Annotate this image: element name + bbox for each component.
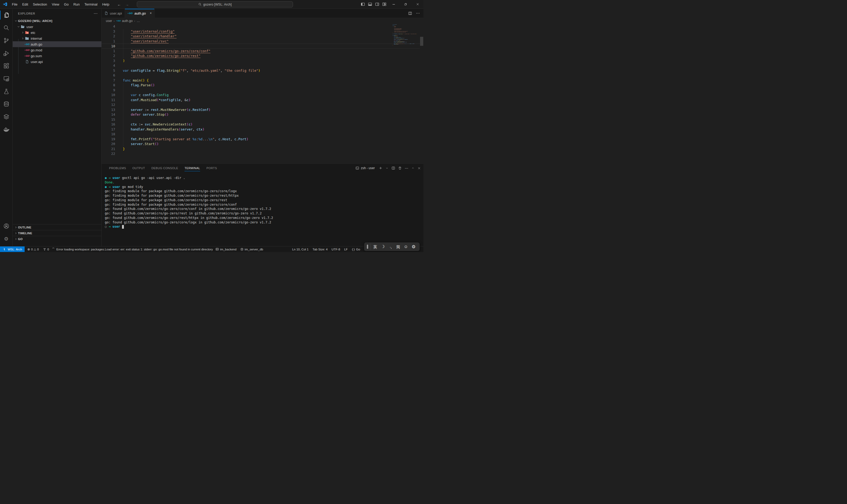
tree-item-folder-user[interactable]: user [13,24,102,30]
code-line-22: 12 [102,103,420,107]
command-center-search[interactable]: gozero [WSL: Arch] [137,1,293,7]
backend-task[interactable]: im_backend [214,248,238,251]
close-icon[interactable] [412,0,424,8]
tab-user-api[interactable]: user.api [102,9,125,18]
breadcrumb-item[interactable]: user [106,19,112,23]
status-indentation[interactable]: Tab Size: 4 [312,248,328,251]
status-language-mode[interactable]: {}Go [352,248,360,251]
minimize-icon[interactable] [388,0,400,8]
terminal-instance[interactable]: zsh - user [356,166,375,170]
terminal-dropdown-icon[interactable] [385,166,389,170]
more-actions-icon[interactable]: ⋯ [416,11,420,16]
kill-terminal-icon[interactable] [398,166,402,170]
section-timeline[interactable]: TIMELINE [13,230,102,236]
ports-indicator[interactable]: 0 [41,248,50,251]
minimap[interactable]: package main import ( "flag" "fmt" "user… [393,24,420,46]
line-number: 15 [102,117,119,122]
remote-indicator[interactable]: WSL: Arch [0,247,24,252]
activity-layers[interactable] [0,110,13,123]
menu-view[interactable]: View [50,1,62,7]
panel-tab-output[interactable]: OUTPUT [132,164,145,173]
activity-docker[interactable] [0,123,13,136]
workspace-error-message[interactable]: Error loading workspace: packages.Load e… [52,248,213,251]
forward-icon[interactable]: → [125,2,129,6]
activity-testing[interactable] [0,85,13,98]
line-number: 22 [102,151,119,157]
problems-indicator[interactable]: ⊗ 0 △ 0 [26,248,40,251]
ports-count: 0 [48,248,49,251]
vscode-window: FileEditSelectionViewGoRunTerminalHelp ←… [0,0,424,252]
line-number: 14 [102,112,119,117]
editor-scrollbar[interactable] [420,24,424,163]
panel-tab-ports[interactable]: PORTS [206,164,217,173]
remote-icon [3,248,6,251]
maximize-panel-icon[interactable] [411,166,415,170]
tree-item-folder-internal[interactable]: internal [13,35,102,41]
tree-item-file-go-sum[interactable]: ≡GOgo.sum [13,53,102,59]
activity-explorer[interactable] [0,9,13,21]
close-panel-icon[interactable] [417,166,421,170]
activity-remote-explorer[interactable] [0,72,13,85]
tree-item-root-gozero[interactable]: GOZERO [WSL: ARCH] [13,18,102,24]
braces-icon: {} [352,248,355,251]
split-terminal-icon[interactable] [392,166,395,170]
activity-account[interactable] [0,220,13,232]
tree-item-file-go-mod[interactable]: ≡GOgo.mod [13,47,102,53]
activity-settings[interactable]: ⚙ [0,232,13,245]
activity-extensions[interactable] [0,59,13,72]
status-eol[interactable]: LF [344,248,347,251]
explorer-actions-icon[interactable]: ⋯ [93,11,98,16]
toggle-panel-icon[interactable] [366,0,374,8]
line-number: 2 [102,53,119,58]
menu-edit[interactable]: Edit [20,1,31,7]
ime-english-icon[interactable]: 英 [371,245,379,249]
toggle-secondary-sidebar-icon[interactable] [374,0,381,8]
panel-tab-terminal[interactable]: TERMINAL [184,164,200,173]
activity-search[interactable] [0,21,13,34]
panel-tab-problems[interactable]: PROBLEMS [109,164,126,173]
new-terminal-icon[interactable] [379,166,382,170]
activity-bar-bottom: ⚙ [0,220,13,246]
tab-auth-go[interactable]: ≡GOauth.go× [125,9,155,18]
restore-icon[interactable] [400,0,412,8]
breadcrumb-item[interactable]: ≡GOauth.go [116,19,132,23]
back-icon[interactable]: ← [117,2,121,6]
go-pink-icon: ≡GO [25,48,29,52]
status-cursor-position[interactable]: Ln 10, Col 1 [292,248,309,251]
ime-simplified-icon[interactable]: 简 [394,245,402,249]
split-editor-icon[interactable] [408,12,412,15]
ime-settings-icon[interactable]: ⚙ [410,245,417,249]
tree-item-folder-etc[interactable]: etc [13,30,102,35]
menu-help[interactable]: Help [100,1,112,7]
tree-item-file-user-api[interactable]: user.api [13,59,102,65]
status-encoding[interactable]: UTF-8 [332,248,340,251]
section-go[interactable]: GO [13,236,102,242]
ime-moon-icon[interactable]: ☽ [379,245,387,249]
menu-run[interactable]: Run [71,1,82,7]
panel-more-icon[interactable]: ⋯ [405,166,409,170]
section-outline[interactable]: OUTLINE [13,224,102,230]
activity-source-control[interactable] [0,34,13,47]
tree-item-file-auth-go[interactable]: ≡GOauth.go [13,41,102,47]
database-task[interactable]: im_server_db [239,248,265,251]
panel-tab-debug-console[interactable]: DEBUG CONSOLE [151,164,178,173]
close-icon[interactable]: × [150,12,152,15]
remote-explorer-icon [3,75,10,82]
menu-file[interactable]: File [10,1,20,7]
code-editor[interactable]: 43 "user/internal/config"2 "user/interna… [102,24,424,163]
code-line-21: 11 conf.MustLoad(*configFile, &c) [102,98,420,103]
activity-run-debug[interactable] [0,47,13,59]
customize-layout-icon[interactable] [381,0,388,8]
scrollbar-thumb[interactable] [420,37,423,46]
activity-database[interactable] [0,98,13,110]
toggle-primary-sidebar-icon[interactable] [359,0,366,8]
menu-terminal[interactable]: Terminal [82,1,100,7]
ime-punctuation-icon[interactable]: ·, [387,245,394,249]
status-label: LF [344,248,347,251]
menu-go[interactable]: Go [62,1,71,7]
terminal-output[interactable]: ● → user goctl api go -api user.api -dir… [102,173,424,246]
ime-emoji-icon[interactable]: ☺ [402,245,410,249]
terminal-line-11: go: found github.com/zeromicro/go-zero/c… [105,220,424,225]
breadcrumb-item[interactable]: … [137,19,140,23]
menu-selection[interactable]: Selection [31,1,49,7]
